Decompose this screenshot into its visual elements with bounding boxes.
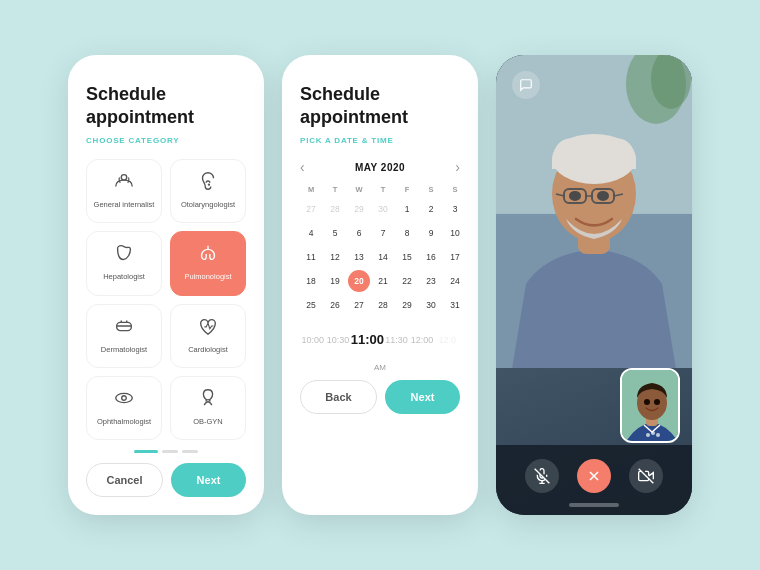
cancel-button[interactable]: Cancel bbox=[86, 463, 163, 497]
cal-day[interactable]: 9 bbox=[420, 222, 442, 244]
cal-day[interactable]: 2 bbox=[420, 198, 442, 220]
back-button[interactable]: Back bbox=[300, 380, 377, 414]
cal-day[interactable]: 1 bbox=[396, 198, 418, 220]
cal-day[interactable]: 5 bbox=[324, 222, 346, 244]
dot-3 bbox=[182, 450, 198, 453]
next-button-2[interactable]: Next bbox=[385, 380, 460, 414]
calendar-grid: M T W T F S S 27 28 29 30 1 2 3 4 5 6 7 … bbox=[300, 183, 460, 316]
svg-point-23 bbox=[646, 433, 650, 437]
ophthal-label: Ophthalmologist bbox=[97, 417, 151, 426]
lung-icon bbox=[197, 242, 219, 267]
cal-day[interactable]: 29 bbox=[396, 294, 418, 316]
category-hepatologist[interactable]: Hepatologist bbox=[86, 231, 162, 295]
chat-bubble-icon[interactable] bbox=[512, 71, 540, 99]
cal-day-selected[interactable]: 20 bbox=[348, 270, 370, 292]
cal-header-s2: S bbox=[444, 183, 466, 196]
dot-1 bbox=[134, 450, 158, 453]
cal-day[interactable]: 12 bbox=[324, 246, 346, 268]
category-cardiologist[interactable]: Cardiologist bbox=[170, 304, 246, 368]
time-item-12[interactable]: 12:00 bbox=[409, 335, 434, 345]
svg-point-0 bbox=[121, 175, 127, 181]
self-view-video bbox=[620, 368, 680, 443]
next-month-button[interactable]: › bbox=[455, 159, 460, 175]
category-ob-gyn[interactable]: OB-GYN bbox=[170, 376, 246, 440]
cal-day[interactable]: 31 bbox=[444, 294, 466, 316]
cal-day[interactable]: 14 bbox=[372, 246, 394, 268]
cal-day[interactable]: 21 bbox=[372, 270, 394, 292]
self-face bbox=[622, 370, 680, 443]
cal-day[interactable]: 28 bbox=[324, 198, 346, 220]
cal-day[interactable]: 30 bbox=[420, 294, 442, 316]
svg-point-1 bbox=[208, 184, 209, 185]
pulmo-label: Pulmonologist bbox=[184, 272, 231, 281]
category-ophthalmologist[interactable]: Ophthalmologist bbox=[86, 376, 162, 440]
category-dermatologist[interactable]: Dermatologist bbox=[86, 304, 162, 368]
cal-header-f: F bbox=[396, 183, 418, 196]
category-grid: General internalist Otolaryngologist bbox=[86, 159, 246, 440]
cal-day[interactable]: 3 bbox=[444, 198, 466, 220]
cal-day[interactable]: 24 bbox=[444, 270, 466, 292]
video-toggle-button[interactable] bbox=[629, 459, 663, 493]
skin-icon bbox=[113, 315, 135, 340]
category-pulmonologist[interactable]: Pulmonologist bbox=[170, 231, 246, 295]
time-picker: 10:00 10:30 11:00 11:30 12:00 12:0 bbox=[300, 326, 460, 353]
cal-header-s1: S bbox=[420, 183, 442, 196]
cal-day[interactable]: 23 bbox=[420, 270, 442, 292]
general-icon bbox=[113, 170, 135, 195]
card-subtitle-2: PICK A DATE & TIME bbox=[300, 136, 460, 145]
calendar-month-label: MAY 2020 bbox=[355, 162, 405, 173]
cal-day[interactable]: 13 bbox=[348, 246, 370, 268]
time-item-more: 12:0 bbox=[435, 335, 460, 345]
cal-day[interactable]: 30 bbox=[372, 198, 394, 220]
cardio-label: Cardiologist bbox=[188, 345, 228, 354]
dot-2 bbox=[162, 450, 178, 453]
cal-day[interactable]: 19 bbox=[324, 270, 346, 292]
cal-day[interactable]: 27 bbox=[300, 198, 322, 220]
phone-card-video bbox=[496, 55, 692, 515]
main-video-feed bbox=[496, 55, 692, 368]
ear-icon bbox=[197, 170, 219, 195]
cal-day[interactable]: 18 bbox=[300, 270, 322, 292]
cal-day[interactable]: 29 bbox=[348, 198, 370, 220]
end-call-button[interactable] bbox=[577, 459, 611, 493]
svg-point-3 bbox=[116, 393, 133, 402]
button-row-1: Cancel Next bbox=[86, 463, 246, 497]
phones-container: Schedule appointment CHOOSE CATEGORY Gen… bbox=[68, 55, 692, 515]
cal-header-w: W bbox=[348, 183, 370, 196]
prev-month-button[interactable]: ‹ bbox=[300, 159, 305, 175]
mute-button[interactable] bbox=[525, 459, 559, 493]
phone-card-category: Schedule appointment CHOOSE CATEGORY Gen… bbox=[68, 55, 264, 515]
svg-point-26 bbox=[644, 399, 650, 405]
svg-point-25 bbox=[656, 433, 660, 437]
derm-label: Dermatologist bbox=[101, 345, 147, 354]
category-general[interactable]: General internalist bbox=[86, 159, 162, 223]
home-indicator bbox=[569, 503, 619, 507]
cal-day[interactable]: 6 bbox=[348, 222, 370, 244]
cal-day[interactable]: 15 bbox=[396, 246, 418, 268]
time-item-11-selected[interactable]: 11:00 bbox=[351, 332, 384, 347]
cal-day[interactable]: 22 bbox=[396, 270, 418, 292]
cal-day[interactable]: 10 bbox=[444, 222, 466, 244]
cal-day[interactable]: 16 bbox=[420, 246, 442, 268]
cal-day[interactable]: 25 bbox=[300, 294, 322, 316]
time-item-1030[interactable]: 10:30 bbox=[325, 335, 350, 345]
cal-day[interactable]: 26 bbox=[324, 294, 346, 316]
cal-day[interactable]: 7 bbox=[372, 222, 394, 244]
scroll-dots bbox=[86, 450, 246, 453]
card-title-2: Schedule appointment bbox=[300, 83, 460, 128]
time-item-10[interactable]: 10:00 bbox=[300, 335, 325, 345]
general-label: General internalist bbox=[94, 200, 155, 209]
cal-day[interactable]: 11 bbox=[300, 246, 322, 268]
cal-day[interactable]: 17 bbox=[444, 246, 466, 268]
cal-header-m: M bbox=[300, 183, 322, 196]
hepato-label: Hepatologist bbox=[103, 272, 145, 281]
next-button-1[interactable]: Next bbox=[171, 463, 246, 497]
svg-point-24 bbox=[651, 431, 655, 435]
category-otolaryngologist[interactable]: Otolaryngologist bbox=[170, 159, 246, 223]
cal-day[interactable]: 28 bbox=[372, 294, 394, 316]
time-item-1130[interactable]: 11:30 bbox=[384, 335, 409, 345]
cal-day[interactable]: 27 bbox=[348, 294, 370, 316]
cal-day[interactable]: 4 bbox=[300, 222, 322, 244]
cal-day[interactable]: 8 bbox=[396, 222, 418, 244]
card-title-1: Schedule appointment bbox=[86, 83, 246, 128]
